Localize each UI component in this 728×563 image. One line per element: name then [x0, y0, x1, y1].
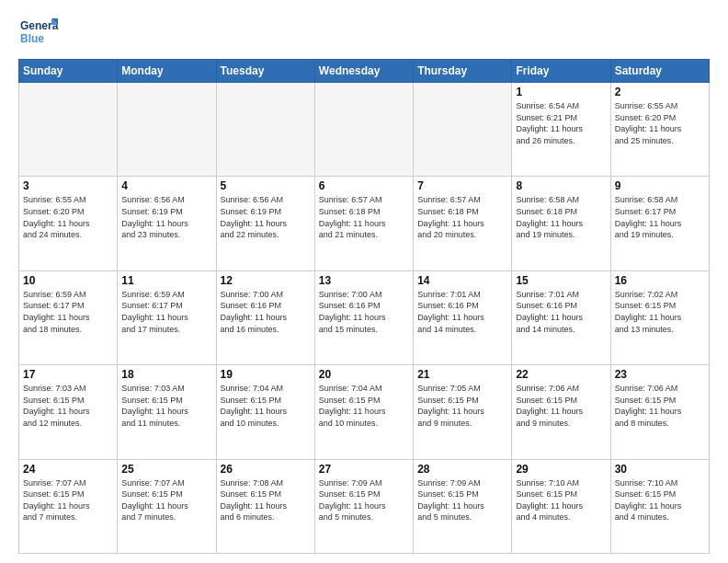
day-number: 1: [516, 86, 606, 98]
day-info: Sunrise: 7:08 AM Sunset: 6:15 PM Dayligh…: [221, 477, 311, 523]
day-info: Sunrise: 6:59 AM Sunset: 6:17 PM Dayligh…: [121, 289, 211, 335]
day-cell: [314, 83, 413, 177]
day-info: Sunrise: 6:57 AM Sunset: 6:18 PM Dayligh…: [417, 194, 507, 240]
day-info: Sunrise: 7:04 AM Sunset: 6:15 PM Dayligh…: [319, 383, 409, 429]
day-info: Sunrise: 6:57 AM Sunset: 6:18 PM Dayligh…: [319, 194, 409, 240]
day-cell: 16Sunrise: 7:02 AM Sunset: 6:15 PM Dayli…: [610, 270, 709, 364]
day-info: Sunrise: 7:07 AM Sunset: 6:15 PM Dayligh…: [23, 477, 113, 523]
day-cell: 24Sunrise: 7:07 AM Sunset: 6:15 PM Dayli…: [19, 459, 118, 553]
day-cell: 10Sunrise: 6:59 AM Sunset: 6:17 PM Dayli…: [19, 270, 118, 364]
day-number: 25: [121, 463, 211, 476]
day-cell: 14Sunrise: 7:01 AM Sunset: 6:16 PM Dayli…: [414, 270, 512, 364]
day-cell: 11Sunrise: 6:59 AM Sunset: 6:17 PM Dayli…: [118, 270, 216, 364]
header-row: SundayMondayTuesdayWednesdayThursdayFrid…: [19, 60, 710, 83]
page: General Blue SundayMondayTuesdayWednesda…: [0, 0, 728, 563]
day-number: 26: [221, 463, 311, 476]
day-cell: [414, 83, 512, 177]
svg-text:Blue: Blue: [20, 32, 44, 45]
day-number: 30: [615, 463, 705, 476]
day-info: Sunrise: 6:54 AM Sunset: 6:21 PM Dayligh…: [516, 100, 606, 146]
day-cell: 2Sunrise: 6:55 AM Sunset: 6:20 PM Daylig…: [610, 83, 709, 177]
day-cell: 8Sunrise: 6:58 AM Sunset: 6:18 PM Daylig…: [512, 177, 610, 270]
day-cell: 23Sunrise: 7:06 AM Sunset: 6:15 PM Dayli…: [610, 365, 709, 459]
col-header-friday: Friday: [512, 60, 610, 83]
day-cell: 18Sunrise: 7:03 AM Sunset: 6:15 PM Dayli…: [118, 365, 216, 459]
day-cell: [216, 83, 314, 177]
day-info: Sunrise: 7:09 AM Sunset: 6:15 PM Dayligh…: [319, 477, 409, 523]
day-cell: 22Sunrise: 7:06 AM Sunset: 6:15 PM Dayli…: [512, 365, 610, 459]
day-info: Sunrise: 6:58 AM Sunset: 6:17 PM Dayligh…: [615, 194, 705, 240]
day-number: 16: [615, 274, 705, 287]
day-number: 22: [516, 368, 606, 381]
day-info: Sunrise: 7:03 AM Sunset: 6:15 PM Dayligh…: [121, 383, 211, 429]
day-cell: 4Sunrise: 6:56 AM Sunset: 6:19 PM Daylig…: [118, 177, 216, 270]
header: General Blue: [18, 15, 710, 52]
day-info: Sunrise: 7:07 AM Sunset: 6:15 PM Dayligh…: [121, 477, 211, 523]
day-number: 14: [417, 274, 507, 287]
day-info: Sunrise: 7:01 AM Sunset: 6:16 PM Dayligh…: [516, 289, 606, 335]
week-row-5: 24Sunrise: 7:07 AM Sunset: 6:15 PM Dayli…: [19, 459, 710, 553]
day-cell: 21Sunrise: 7:05 AM Sunset: 6:15 PM Dayli…: [414, 365, 512, 459]
day-number: 24: [23, 463, 113, 476]
day-info: Sunrise: 7:06 AM Sunset: 6:15 PM Dayligh…: [516, 383, 606, 429]
col-header-wednesday: Wednesday: [314, 60, 413, 83]
day-number: 6: [319, 179, 409, 192]
day-number: 8: [516, 179, 606, 192]
week-row-2: 3Sunrise: 6:55 AM Sunset: 6:20 PM Daylig…: [19, 177, 710, 270]
day-cell: 26Sunrise: 7:08 AM Sunset: 6:15 PM Dayli…: [216, 459, 314, 553]
day-info: Sunrise: 7:10 AM Sunset: 6:15 PM Dayligh…: [516, 477, 606, 523]
day-cell: [118, 83, 216, 177]
day-number: 9: [615, 179, 705, 192]
week-row-4: 17Sunrise: 7:03 AM Sunset: 6:15 PM Dayli…: [19, 365, 710, 459]
logo: General Blue: [18, 15, 59, 52]
day-info: Sunrise: 7:05 AM Sunset: 6:15 PM Dayligh…: [417, 383, 507, 429]
day-info: Sunrise: 7:04 AM Sunset: 6:15 PM Dayligh…: [221, 383, 311, 429]
day-cell: 13Sunrise: 7:00 AM Sunset: 6:16 PM Dayli…: [314, 270, 413, 364]
day-cell: 9Sunrise: 6:58 AM Sunset: 6:17 PM Daylig…: [610, 177, 709, 270]
col-header-tuesday: Tuesday: [216, 60, 314, 83]
day-info: Sunrise: 7:01 AM Sunset: 6:16 PM Dayligh…: [417, 289, 507, 335]
day-cell: 17Sunrise: 7:03 AM Sunset: 6:15 PM Dayli…: [19, 365, 118, 459]
day-cell: 20Sunrise: 7:04 AM Sunset: 6:15 PM Dayli…: [314, 365, 413, 459]
week-row-3: 10Sunrise: 6:59 AM Sunset: 6:17 PM Dayli…: [19, 270, 710, 364]
day-info: Sunrise: 7:00 AM Sunset: 6:16 PM Dayligh…: [221, 289, 311, 335]
day-info: Sunrise: 6:55 AM Sunset: 6:20 PM Dayligh…: [23, 194, 113, 240]
day-number: 11: [121, 274, 211, 287]
day-cell: 15Sunrise: 7:01 AM Sunset: 6:16 PM Dayli…: [512, 270, 610, 364]
day-cell: 28Sunrise: 7:09 AM Sunset: 6:15 PM Dayli…: [414, 459, 512, 553]
day-number: 29: [516, 463, 606, 476]
day-number: 23: [615, 368, 705, 381]
day-number: 28: [417, 463, 507, 476]
day-info: Sunrise: 7:00 AM Sunset: 6:16 PM Dayligh…: [319, 289, 409, 335]
day-number: 13: [319, 274, 409, 287]
day-cell: 6Sunrise: 6:57 AM Sunset: 6:18 PM Daylig…: [314, 177, 413, 270]
day-cell: 19Sunrise: 7:04 AM Sunset: 6:15 PM Dayli…: [216, 365, 314, 459]
col-header-sunday: Sunday: [19, 60, 118, 83]
calendar-table: SundayMondayTuesdayWednesdayThursdayFrid…: [18, 59, 710, 554]
day-info: Sunrise: 7:02 AM Sunset: 6:15 PM Dayligh…: [615, 289, 705, 335]
day-number: 20: [319, 368, 409, 381]
day-number: 7: [417, 179, 507, 192]
day-number: 18: [121, 368, 211, 381]
day-info: Sunrise: 7:06 AM Sunset: 6:15 PM Dayligh…: [615, 383, 705, 429]
day-cell: 25Sunrise: 7:07 AM Sunset: 6:15 PM Dayli…: [118, 459, 216, 553]
day-cell: [19, 83, 118, 177]
day-info: Sunrise: 7:10 AM Sunset: 6:15 PM Dayligh…: [615, 477, 705, 523]
day-number: 21: [417, 368, 507, 381]
day-number: 5: [221, 179, 311, 192]
day-cell: 3Sunrise: 6:55 AM Sunset: 6:20 PM Daylig…: [19, 177, 118, 270]
day-info: Sunrise: 6:58 AM Sunset: 6:18 PM Dayligh…: [516, 194, 606, 240]
day-number: 19: [221, 368, 311, 381]
day-number: 27: [319, 463, 409, 476]
day-cell: 12Sunrise: 7:00 AM Sunset: 6:16 PM Dayli…: [216, 270, 314, 364]
day-info: Sunrise: 6:59 AM Sunset: 6:17 PM Dayligh…: [23, 289, 113, 335]
day-number: 12: [221, 274, 311, 287]
day-info: Sunrise: 6:56 AM Sunset: 6:19 PM Dayligh…: [221, 194, 311, 240]
day-info: Sunrise: 6:55 AM Sunset: 6:20 PM Dayligh…: [615, 100, 705, 146]
day-info: Sunrise: 6:56 AM Sunset: 6:19 PM Dayligh…: [121, 194, 211, 240]
day-info: Sunrise: 7:09 AM Sunset: 6:15 PM Dayligh…: [417, 477, 507, 523]
day-cell: 30Sunrise: 7:10 AM Sunset: 6:15 PM Dayli…: [610, 459, 709, 553]
day-number: 4: [121, 179, 211, 192]
col-header-monday: Monday: [118, 60, 216, 83]
day-number: 15: [516, 274, 606, 287]
